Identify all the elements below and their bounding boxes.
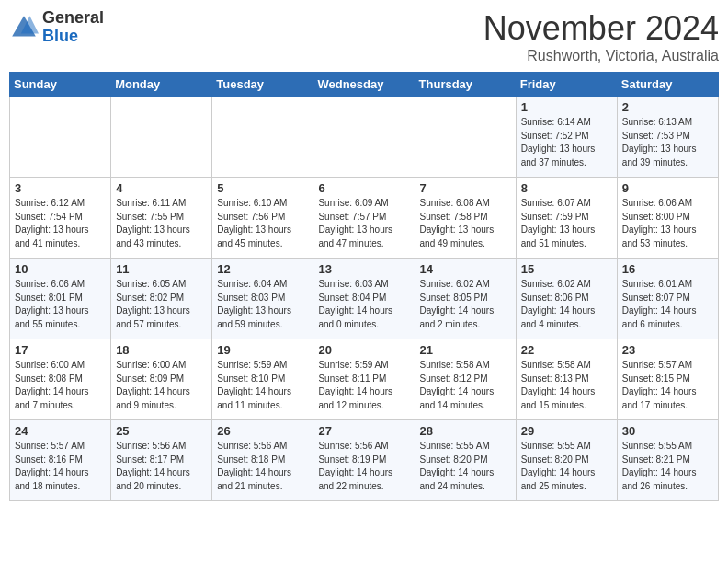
day-info: Sunrise: 5:58 AMSunset: 8:13 PMDaylight:… [521,359,612,412]
day-info: Sunrise: 5:56 AMSunset: 8:17 PMDaylight:… [116,440,207,493]
day-info: Sunrise: 6:06 AMSunset: 8:00 PMDaylight:… [622,197,713,250]
weekday-header: Wednesday [313,73,415,97]
day-info: Sunrise: 6:03 AMSunset: 8:04 PMDaylight:… [318,278,409,331]
day-number: 28 [420,424,511,438]
day-info: Sunrise: 6:11 AMSunset: 7:55 PMDaylight:… [116,197,207,250]
calendar-cell: 19Sunrise: 5:59 AMSunset: 8:10 PMDayligh… [212,339,313,420]
weekday-header: Thursday [415,73,516,97]
day-number: 29 [521,424,612,438]
calendar-cell: 6Sunrise: 6:09 AMSunset: 7:57 PMDaylight… [313,178,415,259]
calendar-cell: 9Sunrise: 6:06 AMSunset: 8:00 PMDaylight… [617,178,718,259]
day-info: Sunrise: 6:02 AMSunset: 8:06 PMDaylight:… [521,278,612,331]
calendar-cell: 10Sunrise: 6:06 AMSunset: 8:01 PMDayligh… [10,259,111,339]
calendar-cell: 14Sunrise: 6:02 AMSunset: 8:05 PMDayligh… [415,259,516,339]
day-info: Sunrise: 6:02 AMSunset: 8:05 PMDaylight:… [420,278,511,331]
logo-icon [9,13,39,42]
day-info: Sunrise: 5:55 AMSunset: 8:20 PMDaylight:… [420,440,511,493]
day-info: Sunrise: 6:01 AMSunset: 8:07 PMDaylight:… [622,278,713,331]
day-info: Sunrise: 5:57 AMSunset: 8:15 PMDaylight:… [622,359,713,412]
calendar-cell: 17Sunrise: 6:00 AMSunset: 8:08 PMDayligh… [10,339,111,420]
day-info: Sunrise: 5:56 AMSunset: 8:19 PMDaylight:… [318,440,409,493]
day-number: 15 [521,262,612,276]
page-header: General Blue November 2024 Rushworth, Vi… [9,9,719,64]
calendar-cell [415,97,516,178]
weekday-header: Saturday [617,73,718,97]
day-number: 13 [318,262,409,276]
day-info: Sunrise: 6:08 AMSunset: 7:58 PMDaylight:… [420,197,511,250]
calendar-week-row: 1Sunrise: 6:14 AMSunset: 7:52 PMDaylight… [10,97,719,178]
day-number: 7 [420,181,511,195]
calendar-cell [10,97,111,178]
day-number: 24 [15,424,106,438]
day-number: 26 [217,424,308,438]
calendar-week-row: 3Sunrise: 6:12 AMSunset: 7:54 PMDaylight… [10,178,719,259]
calendar-cell: 23Sunrise: 5:57 AMSunset: 8:15 PMDayligh… [617,339,718,420]
header-row: SundayMondayTuesdayWednesdayThursdayFrid… [10,73,719,97]
day-info: Sunrise: 5:56 AMSunset: 8:18 PMDaylight:… [217,440,308,493]
day-number: 16 [622,262,713,276]
day-number: 17 [15,343,106,357]
logo: General Blue [9,9,104,46]
calendar-cell [212,97,313,178]
calendar-cell: 5Sunrise: 6:10 AMSunset: 7:56 PMDaylight… [212,178,313,259]
day-info: Sunrise: 5:59 AMSunset: 8:10 PMDaylight:… [217,359,308,412]
calendar-header: SundayMondayTuesdayWednesdayThursdayFrid… [10,73,719,97]
calendar-cell: 8Sunrise: 6:07 AMSunset: 7:59 PMDaylight… [516,178,617,259]
day-number: 3 [15,181,106,195]
calendar-cell: 29Sunrise: 5:55 AMSunset: 8:20 PMDayligh… [516,420,617,501]
calendar-cell: 30Sunrise: 5:55 AMSunset: 8:21 PMDayligh… [617,420,718,501]
title-block: November 2024 Rushworth, Victoria, Austr… [483,9,719,64]
day-info: Sunrise: 5:57 AMSunset: 8:16 PMDaylight:… [15,440,106,493]
day-info: Sunrise: 6:10 AMSunset: 7:56 PMDaylight:… [217,197,308,250]
day-number: 18 [116,343,207,357]
weekday-header: Monday [111,73,212,97]
logo-blue: Blue [42,27,78,45]
day-info: Sunrise: 5:58 AMSunset: 8:12 PMDaylight:… [420,359,511,412]
calendar-week-row: 17Sunrise: 6:00 AMSunset: 8:08 PMDayligh… [10,339,719,420]
day-info: Sunrise: 6:07 AMSunset: 7:59 PMDaylight:… [521,197,612,250]
weekday-header: Friday [516,73,617,97]
day-number: 4 [116,181,207,195]
day-info: Sunrise: 6:00 AMSunset: 8:09 PMDaylight:… [116,359,207,412]
calendar-cell: 13Sunrise: 6:03 AMSunset: 8:04 PMDayligh… [313,259,415,339]
day-number: 27 [318,424,409,438]
calendar-cell: 16Sunrise: 6:01 AMSunset: 8:07 PMDayligh… [617,259,718,339]
calendar-cell: 18Sunrise: 6:00 AMSunset: 8:09 PMDayligh… [111,339,212,420]
day-number: 21 [420,343,511,357]
calendar-cell: 26Sunrise: 5:56 AMSunset: 8:18 PMDayligh… [212,420,313,501]
day-number: 9 [622,181,713,195]
calendar-cell: 3Sunrise: 6:12 AMSunset: 7:54 PMDaylight… [10,178,111,259]
day-info: Sunrise: 6:00 AMSunset: 8:08 PMDaylight:… [15,359,106,412]
logo-general: General [42,8,104,27]
calendar-week-row: 10Sunrise: 6:06 AMSunset: 8:01 PMDayligh… [10,259,719,339]
calendar-cell: 20Sunrise: 5:59 AMSunset: 8:11 PMDayligh… [313,339,415,420]
calendar-cell: 21Sunrise: 5:58 AMSunset: 8:12 PMDayligh… [415,339,516,420]
month-title: November 2024 [483,9,719,48]
day-number: 2 [622,100,713,114]
day-number: 20 [318,343,409,357]
day-info: Sunrise: 6:14 AMSunset: 7:52 PMDaylight:… [521,116,612,169]
calendar-cell: 2Sunrise: 6:13 AMSunset: 7:53 PMDaylight… [617,97,718,178]
day-number: 23 [622,343,713,357]
calendar-cell [111,97,212,178]
day-number: 11 [116,262,207,276]
calendar-cell: 28Sunrise: 5:55 AMSunset: 8:20 PMDayligh… [415,420,516,501]
calendar-cell: 22Sunrise: 5:58 AMSunset: 8:13 PMDayligh… [516,339,617,420]
calendar-cell: 24Sunrise: 5:57 AMSunset: 8:16 PMDayligh… [10,420,111,501]
calendar-week-row: 24Sunrise: 5:57 AMSunset: 8:16 PMDayligh… [10,420,719,501]
calendar-cell: 4Sunrise: 6:11 AMSunset: 7:55 PMDaylight… [111,178,212,259]
day-info: Sunrise: 6:04 AMSunset: 8:03 PMDaylight:… [217,278,308,331]
day-number: 19 [217,343,308,357]
day-number: 22 [521,343,612,357]
day-number: 10 [15,262,106,276]
day-info: Sunrise: 5:59 AMSunset: 8:11 PMDaylight:… [318,359,409,412]
calendar-cell: 12Sunrise: 6:04 AMSunset: 8:03 PMDayligh… [212,259,313,339]
calendar-table: SundayMondayTuesdayWednesdayThursdayFrid… [9,72,719,501]
day-info: Sunrise: 6:13 AMSunset: 7:53 PMDaylight:… [622,116,713,169]
day-number: 5 [217,181,308,195]
calendar-body: 1Sunrise: 6:14 AMSunset: 7:52 PMDaylight… [10,97,719,501]
day-info: Sunrise: 5:55 AMSunset: 8:20 PMDaylight:… [521,440,612,493]
day-number: 6 [318,181,409,195]
day-number: 1 [521,100,612,114]
location-title: Rushworth, Victoria, Australia [483,48,719,64]
